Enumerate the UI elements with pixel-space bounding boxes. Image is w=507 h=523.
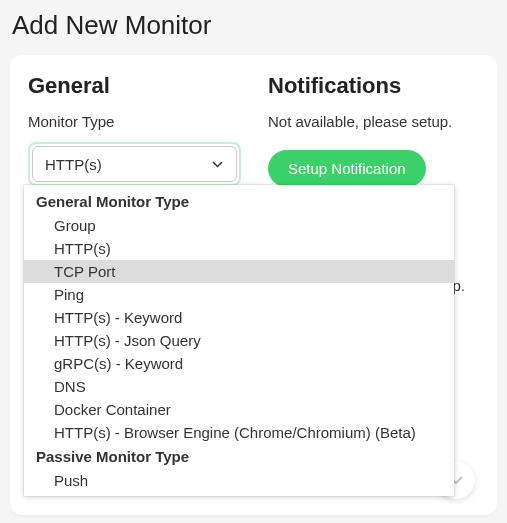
dropdown-group-label: Passive Monitor Type xyxy=(24,444,454,469)
monitor-type-selected-value: HTTP(s) xyxy=(45,156,102,173)
monitor-form-card: General Monitor Type HTTP(s) Notificatio… xyxy=(10,55,497,515)
obscured-text-fragment: p. xyxy=(452,277,465,294)
dropdown-option[interactable]: gRPC(s) - Keyword xyxy=(24,352,454,375)
dropdown-option[interactable]: Docker Container xyxy=(24,398,454,421)
notifications-status-text: Not available, please setup. xyxy=(268,113,479,130)
dropdown-option[interactable]: DNS xyxy=(24,375,454,398)
dropdown-option[interactable]: HTTP(s) - Keyword xyxy=(24,306,454,329)
monitor-type-label: Monitor Type xyxy=(28,113,248,130)
dropdown-option[interactable]: TCP Port xyxy=(24,260,454,283)
general-heading: General xyxy=(28,73,248,99)
dropdown-option[interactable]: HTTP(s) - Json Query xyxy=(24,329,454,352)
chevron-down-icon xyxy=(210,157,224,171)
monitor-type-select[interactable]: HTTP(s) xyxy=(28,142,241,186)
setup-notification-button[interactable]: Setup Notification xyxy=(268,150,426,187)
dropdown-option[interactable]: Push xyxy=(24,469,454,492)
dropdown-option[interactable]: HTTP(s) xyxy=(24,237,454,260)
dropdown-group-label: General Monitor Type xyxy=(24,189,454,214)
notifications-heading: Notifications xyxy=(268,73,479,99)
page-title: Add New Monitor xyxy=(0,0,507,55)
dropdown-option[interactable]: Group xyxy=(24,214,454,237)
monitor-type-dropdown: General Monitor TypeGroupHTTP(s)TCP Port… xyxy=(24,185,454,496)
dropdown-option[interactable]: Ping xyxy=(24,283,454,306)
dropdown-option[interactable]: HTTP(s) - Browser Engine (Chrome/Chromiu… xyxy=(24,421,454,444)
